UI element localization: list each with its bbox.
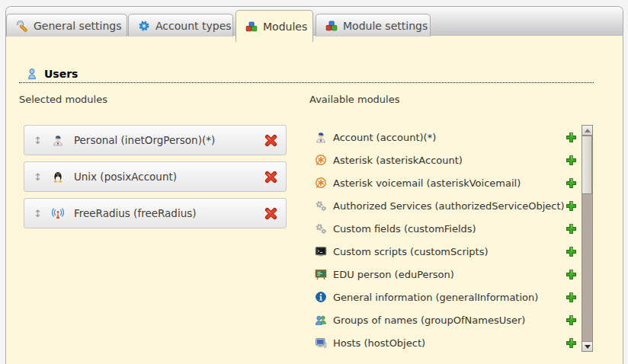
available-module-row: Hosts (hostObject) (309, 331, 578, 354)
module-label: Asterisk (asteriskAccount) (333, 155, 463, 166)
selected-module-row[interactable]: ↕ FreeRadius (freeRadius) (24, 198, 287, 228)
user-icon (26, 68, 38, 80)
module-label: EDU person (eduPerson) (333, 269, 454, 280)
available-module-row: Authorized Services (authorizedServiceOb… (309, 194, 578, 217)
add-module-button[interactable] (566, 177, 577, 189)
tab-modules[interactable]: Modules (236, 10, 313, 42)
add-module-button[interactable] (566, 132, 577, 143)
add-module-button[interactable] (566, 292, 577, 303)
drag-handle-icon[interactable]: ↕ (34, 172, 42, 182)
selected-module-row[interactable]: ↕ Personal (inetOrgPerson)(*) (24, 125, 287, 155)
module-label: Hosts (hostObject) (333, 337, 425, 349)
tab-label: Module settings (343, 20, 428, 32)
add-module-button[interactable] (566, 315, 577, 326)
wrench-icon (16, 20, 28, 32)
add-module-button[interactable] (566, 269, 577, 280)
remove-module-button[interactable] (264, 134, 277, 147)
person-icon (315, 131, 327, 143)
remove-module-button[interactable] (264, 207, 277, 220)
module-label: Custom scripts (customScripts) (333, 246, 489, 257)
person-icon (52, 134, 64, 146)
module-label: Account (account)(*) (333, 132, 436, 143)
tab-label: Modules (263, 21, 307, 33)
arrow-up-icon (585, 129, 591, 133)
scrollbar-thumb[interactable] (582, 136, 592, 194)
module-label: Authorized Services (authorizedServiceOb… (333, 200, 565, 212)
available-module-row: Custom scripts (customScripts) (309, 240, 578, 263)
add-module-button[interactable] (566, 200, 577, 212)
available-module-row: EDU person (eduPerson) (309, 263, 578, 286)
blocks-icon (245, 21, 258, 33)
blocks-icon (325, 20, 338, 32)
tab-label: Account types (155, 20, 232, 32)
available-modules-list: Account (account)(*) Asterisk (asteriskA… (309, 126, 578, 354)
settings-window: General settings Account types Modules M… (5, 6, 623, 364)
add-module-button[interactable] (566, 337, 577, 349)
available-modules-label: Available modules (309, 94, 399, 105)
selected-module-row[interactable]: ↕ Unix (posixAccount) (24, 161, 287, 192)
tab-bar: General settings Account types Modules M… (6, 7, 623, 36)
add-module-button[interactable] (566, 223, 577, 235)
module-label: General information (generalInformation) (333, 292, 538, 303)
drag-handle-icon[interactable]: ↕ (34, 209, 42, 219)
tab-label: General settings (34, 20, 121, 32)
remove-module-button[interactable] (264, 171, 277, 184)
available-module-row: Account (account)(*) (309, 126, 578, 148)
available-module-row: Asterisk (asteriskAccount) (309, 148, 578, 171)
group-icon (315, 314, 327, 326)
users-section-header: Users (19, 68, 594, 83)
arrow-down-icon (585, 345, 591, 349)
available-module-row: Custom fields (customFields) (309, 217, 578, 240)
module-label: Custom fields (customFields) (333, 223, 476, 235)
module-label: Unix (posixAccount) (74, 171, 177, 183)
tux-icon (52, 171, 64, 183)
scrollbar-up-button[interactable] (582, 126, 592, 136)
tab-general-settings[interactable]: General settings (6, 14, 127, 37)
section-title: Users (44, 68, 78, 80)
available-module-row: Asterisk voicemail (asteriskVoicemail) (309, 171, 578, 194)
chalkboard-icon (315, 268, 327, 280)
tab-account-types[interactable]: Account types (128, 14, 233, 37)
module-label: Personal (inetOrgPerson)(*) (74, 134, 215, 146)
scrollbar-down-button[interactable] (582, 341, 592, 351)
module-label: FreeRadius (freeRadius) (74, 207, 197, 219)
add-module-button[interactable] (566, 155, 577, 166)
available-module-row: Groups of names (groupOfNamesUser) (309, 308, 578, 331)
radio-icon (52, 207, 64, 219)
host-icon (315, 337, 327, 349)
tab-module-settings[interactable]: Module settings (316, 14, 431, 37)
gears-icon (315, 200, 327, 212)
drag-handle-icon[interactable]: ↕ (34, 136, 42, 145)
selected-modules-list: ↕ Personal (inetOrgPerson)(*) ↕ Unix (po… (24, 125, 287, 235)
gears-icon (315, 222, 327, 235)
module-label: Groups of names (groupOfNamesUser) (333, 315, 525, 326)
selected-modules-label: Selected modules (19, 94, 107, 105)
available-module-row: General information (generalInformation) (309, 286, 578, 308)
asterisk-icon (315, 177, 327, 189)
terminal-icon (315, 245, 327, 257)
gear-icon (138, 20, 150, 32)
module-label: Asterisk voicemail (asteriskVoicemail) (333, 177, 521, 189)
add-module-button[interactable] (566, 246, 577, 257)
available-modules-scrollbar[interactable] (582, 125, 593, 352)
info-icon (315, 291, 327, 303)
asterisk-icon (315, 154, 327, 166)
